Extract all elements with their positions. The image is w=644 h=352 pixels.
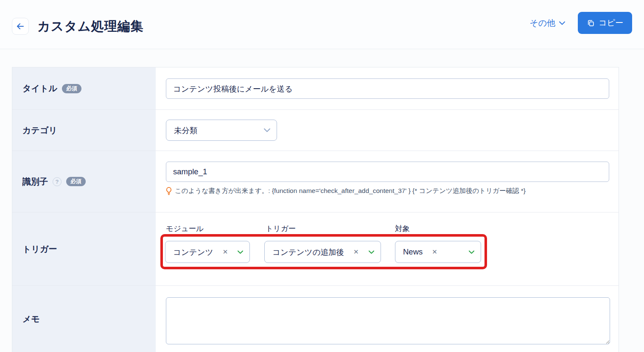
page-title: カスタム処理編集 [37,18,144,35]
lightbulb-icon [166,187,172,196]
copy-icon [587,19,595,27]
category-content-cell: 未分類 [156,110,619,151]
arrow-left-icon [17,23,24,30]
identifier-hint: このような書き方が出来ます。: {function name='check_af… [166,187,526,196]
trigger-label: トリガー [22,243,57,255]
category-label: カテゴリ [22,125,57,136]
title-label: タイトル [22,83,57,94]
more-menu[interactable]: その他 [529,17,565,29]
event-select[interactable]: コンテンツの追加後 ✕ [264,241,381,263]
identifier-row: 識別子 ? 必須 このような書き方が出来ます。: {function name=… [12,151,619,212]
target-field-label: 対象 [395,223,410,234]
category-label-cell: カテゴリ [12,110,156,151]
clear-icon[interactable]: ✕ [223,248,228,256]
custom-process-form: タイトル 必須 カテゴリ 未分類 識別子 ? 必須 [12,67,619,352]
copy-button[interactable]: コピー [578,12,632,34]
header-actions: その他 コピー [529,12,632,34]
chevron-down-icon [559,21,565,25]
required-badge: 必須 [62,84,81,93]
chevron-down-icon [369,250,374,254]
trigger-row: トリガー モジュール トリガー 対象 コンテンツ ✕ コンテンツの追加後 ✕ [12,212,619,286]
target-selected-value: News [403,247,423,257]
title-label-cell: タイトル 必須 [12,67,156,109]
category-selected-value: 未分類 [174,125,198,136]
help-question-icon[interactable]: ? [53,177,62,186]
memo-content-cell [156,286,619,352]
identifier-hint-text: このような書き方が出来ます。: {function name='check_af… [175,187,526,196]
target-select[interactable]: News ✕ [395,241,481,263]
category-row: カテゴリ 未分類 [12,110,619,151]
memo-label: メモ [22,313,40,325]
identifier-input[interactable] [166,162,609,182]
more-menu-label: その他 [529,17,555,29]
identifier-label-cell: 識別子 ? 必須 [12,151,156,212]
event-field-label: トリガー [266,223,296,234]
module-field-label: モジュール [166,223,204,234]
chevron-down-icon [264,128,270,132]
category-select[interactable]: 未分類 [166,120,277,141]
chevron-down-icon [238,250,243,254]
trigger-label-cell: トリガー [12,212,156,285]
page-header: カスタム処理編集 その他 コピー [0,0,644,49]
module-selected-value: コンテンツ [173,247,213,257]
chevron-down-icon [469,250,474,254]
memo-row: メモ [12,286,619,352]
copy-button-label: コピー [599,17,623,28]
event-selected-value: コンテンツの追加後 [272,247,344,257]
clear-icon[interactable]: ✕ [432,248,437,256]
memo-textarea[interactable] [166,297,610,344]
title-input[interactable] [166,78,609,99]
module-select[interactable]: コンテンツ ✕ [165,241,250,263]
title-row: タイトル 必須 [12,67,619,110]
identifier-content-cell: このような書き方が出来ます。: {function name='check_af… [156,151,619,212]
clear-icon[interactable]: ✕ [353,248,359,256]
identifier-label: 識別子 [22,176,48,187]
memo-label-cell: メモ [12,286,156,352]
trigger-content-cell: モジュール トリガー 対象 コンテンツ ✕ コンテンツの追加後 ✕ News [156,212,619,285]
required-badge: 必須 [66,177,86,186]
back-button[interactable] [12,18,29,35]
title-content-cell [156,67,619,109]
